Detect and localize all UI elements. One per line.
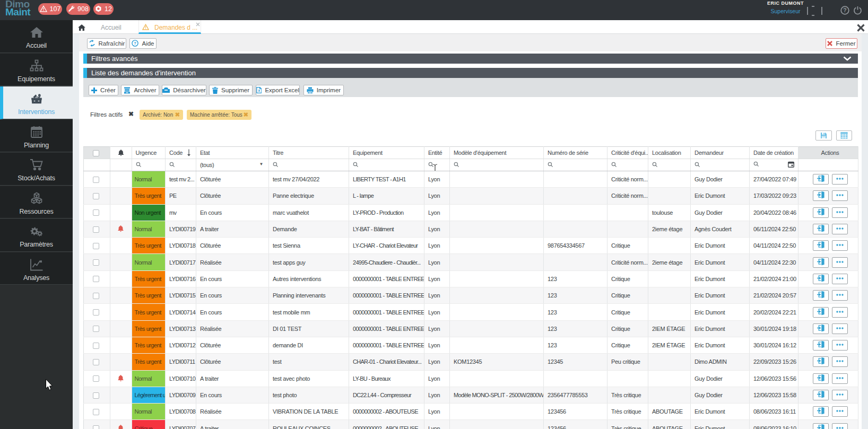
svg-text:?: ? xyxy=(134,41,137,46)
svg-text:x: x xyxy=(258,89,260,92)
svg-text:?: ? xyxy=(843,7,846,13)
